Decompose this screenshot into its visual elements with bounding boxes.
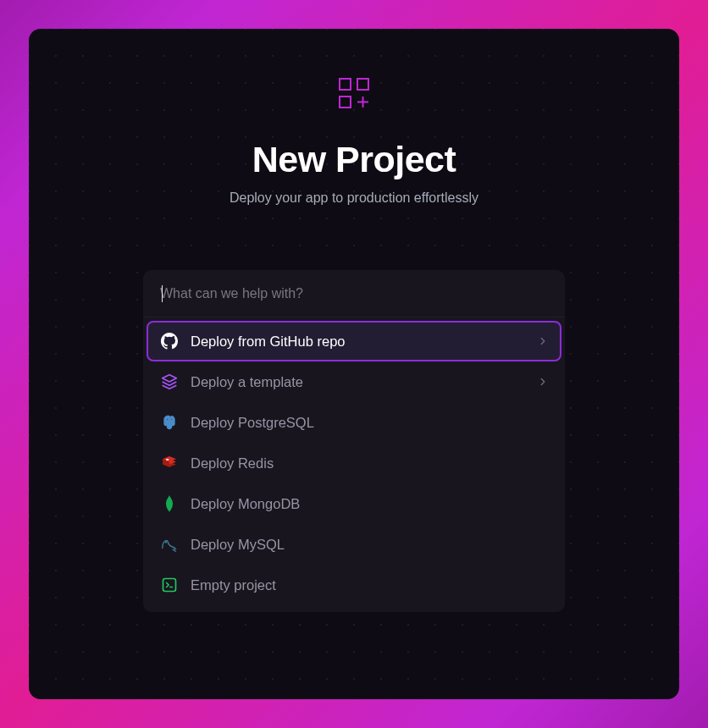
option-label: Deploy PostgreSQL (191, 415, 550, 431)
option-deploy-redis[interactable]: Deploy Redis (147, 443, 561, 483)
option-label: Deploy MongoDB (191, 496, 550, 512)
option-label: Deploy Redis (191, 455, 550, 472)
chevron-right-icon (536, 375, 550, 389)
option-label: Deploy a template (191, 374, 536, 390)
option-label: Empty project (191, 577, 550, 593)
command-palette: Deploy from GitHub repo Deploy a templat… (143, 270, 565, 612)
postgresql-icon (160, 413, 179, 432)
mysql-icon (160, 535, 179, 554)
option-deploy-github[interactable]: Deploy from GitHub repo (147, 321, 561, 361)
search-input[interactable] (160, 286, 548, 301)
mongodb-icon (160, 494, 179, 513)
page-title: New Project (252, 139, 456, 180)
svg-marker-2 (163, 375, 177, 382)
new-project-dialog: New Project Deploy your app to productio… (29, 29, 679, 699)
option-label: Deploy MySQL (191, 537, 550, 553)
search-row[interactable] (143, 270, 565, 317)
svg-point-4 (165, 542, 166, 543)
option-deploy-mysql[interactable]: Deploy MySQL (147, 524, 561, 565)
options-list: Deploy from GitHub repo Deploy a templat… (143, 317, 565, 612)
option-deploy-mongodb[interactable]: Deploy MongoDB (147, 483, 561, 524)
chevron-right-icon (536, 334, 550, 348)
page-subtitle: Deploy your app to production effortless… (230, 190, 478, 206)
option-deploy-template[interactable]: Deploy a template (147, 361, 561, 402)
terminal-icon (160, 576, 179, 594)
svg-point-3 (166, 459, 169, 461)
option-deploy-postgresql[interactable]: Deploy PostgreSQL (147, 402, 561, 443)
option-empty-project[interactable]: Empty project (147, 565, 561, 605)
app-grid-icon (339, 78, 369, 108)
redis-icon (160, 454, 179, 472)
layers-icon (160, 372, 179, 391)
option-label: Deploy from GitHub repo (191, 334, 536, 350)
github-icon (160, 332, 179, 350)
